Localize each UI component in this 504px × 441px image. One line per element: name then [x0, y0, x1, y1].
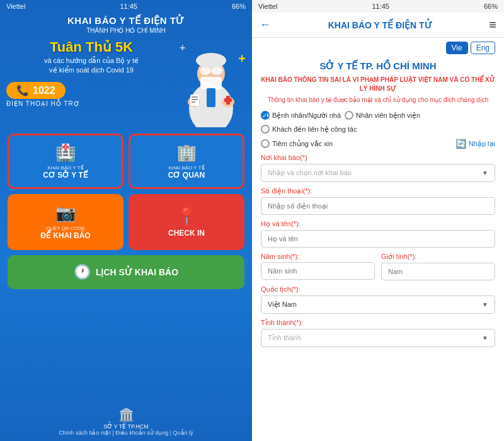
- svg-rect-2: [200, 77, 222, 89]
- btn-co-quan-label-main: CƠ QUAN: [168, 171, 205, 180]
- chevron-tinh-thanh: ▼: [482, 335, 488, 341]
- form-container: SỞ Y TẾ TP. HỒ CHÍ MINH KHAI BÁO THÔNG T…: [252, 54, 504, 441]
- chevron-quoc-tich: ▼: [482, 301, 488, 308]
- btn-co-so-label-small: KHAI BÁO Y TẾ: [47, 165, 83, 171]
- app-subtitle: THÀNH PHỐ HỒ CHÍ MINH: [67, 27, 185, 34]
- input-nam-sinh[interactable]: [261, 262, 375, 280]
- footer-org-name: SỞ Y TẾ TP.HCM: [103, 423, 149, 430]
- input-so-dien-thoai[interactable]: [261, 197, 495, 215]
- back-button[interactable]: ←: [260, 18, 271, 32]
- btn-quet-qr[interactable]: 📷 QUÉT QR CODE ĐỂ KHAI BÁO: [8, 194, 123, 249]
- radio-khach-label: Khách đến liên hệ công tác: [272, 125, 357, 134]
- info-text: Thông tin khai báo y tế được bảo mật và …: [261, 96, 495, 105]
- history-label: LỊCH SỬ KHAI BÁO: [96, 267, 178, 277]
- carrier-right: Viettel: [258, 3, 277, 10]
- field-quoc-tich: Quốc tịch(*): Việt Nam ▼: [261, 285, 495, 314]
- btn-check-in-label: CHECK IN: [168, 229, 205, 238]
- header-title: KHAI BÁO Y TẾ ĐIỆN TỬ: [271, 20, 489, 30]
- warning-text: KHAI BÁO THÔNG TIN SAI LÀ VI PHẠM PHÁP L…: [261, 76, 495, 93]
- label-quoc-tich: Quốc tịch(*):: [261, 285, 495, 294]
- time-right: 11:45: [372, 3, 389, 10]
- plus-deco-2: +: [238, 52, 246, 66]
- menu-button[interactable]: ≡: [489, 18, 496, 32]
- label-noi-khai-bao: Nơi khai báo(*): [261, 154, 495, 162]
- svg-rect-14: [192, 96, 198, 98]
- btn-co-quan-label-small: KHAI BÁO Y TẾ: [168, 165, 204, 171]
- hero-title: Tuân Thủ 5K: [6, 39, 176, 55]
- lang-buttons: Vie Eng: [446, 42, 496, 54]
- radio-tiem-chung[interactable]: Tiêm chủng vắc xin: [261, 139, 333, 148]
- footer-logo-icon: 🏛️: [118, 407, 134, 422]
- svg-rect-5: [200, 69, 204, 71]
- label-nam-sinh: Năm sinh(*):: [261, 253, 375, 260]
- location-icon: 📍: [176, 207, 197, 226]
- app-title-section: KHAI BÁO Y TẾ ĐIỆN TỬ THÀNH PHỐ HỒ CHÍ M…: [55, 15, 197, 34]
- field-nam-sinh: Năm sinh(*):: [261, 253, 375, 280]
- svg-rect-16: [192, 101, 195, 103]
- input-ho-va-ten[interactable]: [261, 230, 495, 248]
- office-icon: 🏢: [176, 143, 197, 163]
- plus-deco-1: +: [180, 42, 185, 54]
- radio-benh-nhan-label: Bệnh nhân/Người nhà: [272, 112, 341, 120]
- radio-benh-nhan-circle: ✓: [261, 111, 270, 120]
- phone-icon: 📞: [16, 84, 29, 96]
- btn-history[interactable]: 🕐 LỊCH SỬ KHAI BÁO: [8, 255, 244, 289]
- svg-rect-15: [192, 99, 198, 100]
- radio-benh-nhan[interactable]: ✓ Bệnh nhân/Người nhà: [261, 111, 341, 120]
- btn-check-in[interactable]: 📍 CHECK IN: [129, 194, 244, 249]
- lang-vie-button[interactable]: Vie: [446, 42, 468, 54]
- right-header: ← KHAI BÁO Y TẾ ĐIỆN TỬ ≡: [252, 13, 504, 38]
- radio-tiem-chung-circle: [261, 139, 270, 148]
- radio-row-2: Khách đến liên hệ công tác: [261, 125, 495, 134]
- radio-group-1: ✓ Bệnh nhân/Người nhà Nhân viên bệnh việ…: [261, 111, 495, 149]
- lang-eng-button[interactable]: Eng: [471, 42, 495, 54]
- hospital-icon: 🏥: [55, 143, 76, 163]
- row-nam-sinh-gioi-tinh: Năm sinh(*): Giới tính(*):: [261, 253, 495, 280]
- battery-left: 66%: [232, 3, 246, 10]
- label-gioi-tinh: Giới tính(*):: [381, 253, 495, 261]
- label-tinh-thanh: Tỉnh thành(*):: [261, 319, 495, 327]
- form-org-title: SỞ Y TẾ TP. HỒ CHÍ MINH: [261, 60, 495, 72]
- hotline-box: 📞 1022: [6, 82, 66, 99]
- history-icon: 🕐: [74, 264, 91, 280]
- radio-tiem-chung-label: Tiêm chủng vắc xin: [272, 140, 333, 148]
- radio-khach[interactable]: Khách đến liên hệ công tác: [261, 125, 357, 134]
- field-ho-va-ten: Họ và tên(*):: [261, 220, 495, 248]
- svg-rect-6: [218, 69, 222, 71]
- footer-links[interactable]: Chính sách bảo mật | Điều khoản sử dụng …: [59, 430, 193, 436]
- qr-icon: 📷: [55, 203, 76, 223]
- doctor-illustration: + +: [176, 39, 246, 127]
- label-ho-va-ten: Họ và tên(*):: [261, 220, 495, 228]
- refresh-icon: 🔄: [455, 139, 466, 149]
- input-quoc-tich[interactable]: Việt Nam ▼: [261, 295, 495, 314]
- radio-nhan-vien[interactable]: Nhân viên bệnh viện: [345, 111, 420, 120]
- reset-button[interactable]: 🔄 Nhập lại: [455, 139, 495, 149]
- input-noi-khai-bao[interactable]: Nhập và chọn nơi khai báo ▼: [261, 164, 495, 182]
- radio-nhan-vien-circle: [345, 111, 353, 120]
- placeholder-noi-khai-bao: Nhập và chọn nơi khai báo: [268, 169, 352, 177]
- field-tinh-thanh: Tỉnh thành(*): Tỉnh thành ▼: [261, 319, 495, 347]
- svg-rect-7: [207, 88, 215, 107]
- check-icon: ✓: [262, 112, 267, 119]
- right-panel: Viettel 11:45 66% ← KHAI BÁO Y TẾ ĐIỆN T…: [252, 0, 504, 441]
- radio-row-3: Tiêm chủng vắc xin 🔄 Nhập lại: [261, 139, 495, 149]
- hero-section: Tuân Thủ 5K và các hướng dẫn của Bộ y tế…: [0, 39, 252, 127]
- app-title: KHAI BÁO Y TẾ ĐIỆN TỬ: [67, 15, 185, 26]
- hero-sub1: và các hướng dẫn của Bộ y tế: [6, 57, 176, 65]
- label-so-dien-thoai: Số điện thoại(*):: [261, 187, 495, 195]
- btn-co-so-y-te[interactable]: 🏥 KHAI BÁO Y TẾ CƠ SỞ Y TẾ: [8, 134, 123, 189]
- field-gioi-tinh: Giới tính(*):: [381, 253, 495, 280]
- input-tinh-thanh[interactable]: Tỉnh thành ▼: [261, 329, 495, 347]
- field-so-dien-thoai: Số điện thoại(*):: [261, 187, 495, 215]
- hero-sub2: về kiểm soát dịch Covid 19: [6, 66, 176, 74]
- input-gioi-tinh[interactable]: [381, 263, 495, 280]
- field-noi-khai-bao: Nơi khai báo(*) Nhập và chọn nơi khai bá…: [261, 154, 495, 182]
- chevron-noi-khai-bao: ▼: [482, 169, 488, 176]
- radio-row-1: ✓ Bệnh nhân/Người nhà Nhân viên bệnh việ…: [261, 111, 495, 120]
- reset-label: Nhập lại: [469, 140, 495, 148]
- svg-rect-12: [224, 98, 232, 102]
- btn-co-quan[interactable]: 🏢 KHAI BÁO Y TẾ CƠ QUAN: [129, 134, 244, 189]
- placeholder-quoc-tich: Việt Nam: [268, 301, 297, 309]
- radio-khach-circle: [261, 125, 270, 134]
- svg-point-10: [196, 53, 226, 68]
